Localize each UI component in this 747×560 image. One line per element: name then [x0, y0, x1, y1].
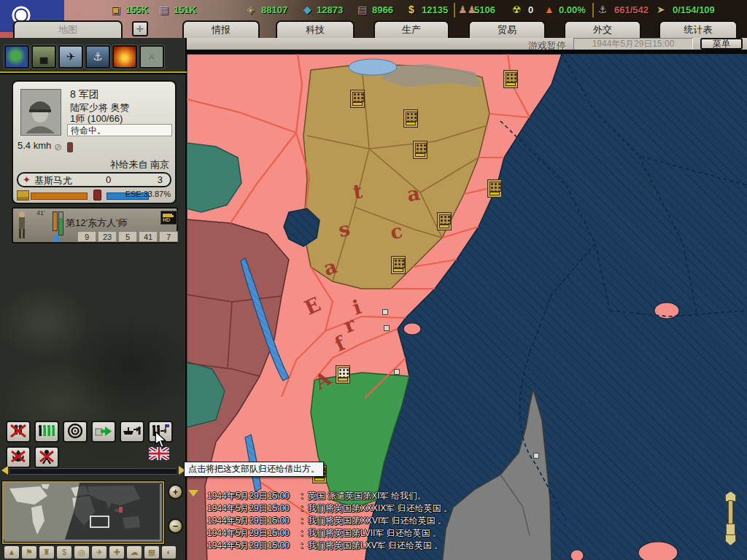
army-unit-counter[interactable] — [413, 141, 427, 159]
economy-mapmode-button[interactable]: $ — [56, 545, 72, 559]
province-box[interactable]: ✦ 基斯马尤 0 3 — [17, 172, 171, 187]
objective-button[interactable] — [63, 421, 88, 443]
energy-value: 155K — [125, 4, 148, 17]
revolt-mapmode-button[interactable]: ▦ — [144, 545, 160, 559]
log-entry[interactable]: 1944年5月29日15:00:我们将英国第XXXIX军 归还给英国 。 — [207, 502, 718, 515]
army-unit-counter[interactable] — [403, 109, 418, 128]
tab-diplomacy[interactable]: 外交 — [564, 20, 641, 38]
fuel-drop-icon — [54, 235, 60, 242]
log-collapse-arrow[interactable] — [188, 490, 198, 497]
land-units-button[interactable]: ▄ — [31, 45, 56, 69]
zoom-in-button[interactable]: + — [168, 484, 183, 499]
money-icon: $ — [409, 2, 414, 17]
division-name: 第12'东方人'师 — [66, 217, 127, 230]
transports-icon: ⚓ — [598, 2, 608, 17]
bar-divider — [454, 3, 455, 18]
log-entry[interactable]: 1944年5月29日15:00:我们将英国第LXV军 归还给英国 。 — [207, 540, 718, 552]
log-entry[interactable]: 1944年5月29日15:00:我们将英国第LVII军 归还给英国 。 — [207, 527, 718, 540]
disband-button[interactable] — [6, 421, 31, 443]
money-value: 12135 — [422, 4, 448, 17]
division-stat: 7 — [159, 231, 178, 242]
efficiency-value: ESE:33.87% — [125, 190, 171, 198]
army-unit-counter[interactable] — [350, 90, 365, 108]
scorched-earth-button[interactable] — [6, 446, 31, 468]
map-canvas — [187, 54, 747, 560]
scorched-earth-icon — [9, 448, 28, 464]
map-view-button[interactable] — [4, 45, 29, 69]
supply-level-bar — [31, 192, 88, 200]
menu-button[interactable]: 菜单 — [700, 38, 743, 50]
terrain-mapmode-button[interactable]: ▲ — [4, 545, 20, 559]
embark-button[interactable] — [120, 421, 144, 443]
minimap-world — [4, 483, 160, 540]
army-unit-counter[interactable] — [391, 256, 406, 274]
province-crest-icon: ✦ — [23, 174, 31, 185]
port-icon — [533, 453, 539, 459]
dissent-value: 0.00% — [559, 4, 586, 17]
manpower-value: 5106 — [474, 4, 495, 17]
objective-icon — [66, 423, 85, 439]
scroll-left-arrow[interactable] — [1, 466, 8, 475]
tab-technology[interactable]: 科技 — [276, 20, 355, 38]
division-stat: 9 — [77, 231, 96, 242]
army-unit-counter[interactable] — [503, 70, 518, 88]
ammo-icon — [67, 142, 73, 152]
tab-trade[interactable]: 贸易 — [468, 20, 546, 38]
weather-mapmode-button[interactable]: ☁ — [126, 545, 142, 559]
top-resource-bar: ▣ 155K ▦ 151K ◈ 88107 ◆ 12873 ▤ 8966 $ 1… — [0, 0, 747, 38]
transports-value: 661/542 — [614, 4, 649, 17]
army-unit-counter[interactable] — [437, 212, 452, 230]
embark-icon — [123, 423, 142, 439]
bar-divider — [592, 3, 594, 18]
aviation-mapmode-button[interactable]: ✈ — [91, 545, 107, 559]
supply-mapmode-button[interactable]: ✚ — [109, 545, 125, 559]
supplies-value: 8966 — [372, 4, 393, 17]
province-value-1: 0 — [106, 174, 111, 185]
reinforce-button[interactable] — [34, 421, 59, 443]
game-date: 1944年5月29日15:00 — [573, 38, 693, 50]
tab-map[interactable]: 地图 — [13, 20, 123, 38]
rare-materials-icon: ◈ — [247, 2, 255, 17]
log-scroll-down[interactable] — [725, 534, 736, 545]
minimap[interactable] — [2, 481, 164, 544]
game-screen: ▣ 155K ▦ 151K ◈ 88107 ◆ 12873 ▤ 8966 $ 1… — [0, 0, 747, 560]
oil-icon: ◆ — [303, 2, 311, 17]
naval-units-button[interactable]: ⚓ — [85, 45, 110, 69]
log-scrollbar[interactable] — [725, 491, 735, 544]
battles-button[interactable] — [112, 45, 137, 69]
supply-from-label: 补给来自 南京 — [109, 158, 169, 171]
island — [403, 323, 421, 335]
model-tag: HD — [163, 217, 170, 223]
log-entry[interactable]: 1944年5月29日15:00:我们将英国第XXVI军 归还给英国 。 — [207, 515, 718, 527]
division-entry[interactable]: 41' 第12'东方人'师 HD 9 23 5 41 7 — [12, 207, 178, 244]
strategic-redeploy-button[interactable] — [91, 421, 116, 443]
disband-icon — [9, 423, 28, 439]
air-units-button[interactable]: ✈ — [58, 45, 83, 69]
tab-production[interactable]: 生产 — [374, 20, 449, 38]
units-overview-button[interactable]: ⚔ — [139, 45, 164, 69]
political-mapmode-button[interactable]: ⚑ — [21, 545, 37, 559]
dissent-icon: ▲ — [544, 2, 554, 17]
selected-unit-panel: 8 军团 陆军少将 奥赞 1师 (100/66) 待命中。 5.4 kmh ⊘ … — [12, 80, 177, 204]
tab-statistics[interactable]: 统计表 — [659, 20, 738, 38]
center-map-button[interactable]: ✛ — [132, 21, 148, 36]
division-stat: 41 — [139, 231, 158, 242]
diplomatic-mapmode-button[interactable]: ◐ — [161, 545, 177, 559]
zoom-out-button[interactable]: − — [168, 518, 183, 534]
army-unit-counter[interactable] — [487, 179, 502, 198]
infra-mapmode-button[interactable]: ♜ — [39, 545, 55, 559]
leader-portrait — [20, 89, 61, 136]
energy-icon: ▣ — [111, 2, 120, 17]
fuel-can-icon — [93, 190, 101, 201]
log-scroll-thumb[interactable] — [726, 524, 735, 535]
unit-list-scrollbar[interactable] — [10, 468, 177, 475]
world-map[interactable]: E a s t A f r i c a — [187, 50, 747, 560]
unit-name: 8 军团 — [70, 88, 99, 101]
province-value-2: 3 — [158, 174, 163, 185]
suppress-partisans-button[interactable] — [34, 446, 59, 468]
resources-mapmode-button[interactable]: ◎ — [74, 545, 90, 559]
log-entry[interactable]: 1944年5月29日15:00:英国 派遣英国第XI军 给我们。 — [207, 490, 718, 502]
tab-intelligence[interactable]: 情报 — [182, 20, 260, 38]
hq-unit-counter[interactable] — [336, 365, 350, 384]
reinforce-icon — [37, 423, 56, 439]
